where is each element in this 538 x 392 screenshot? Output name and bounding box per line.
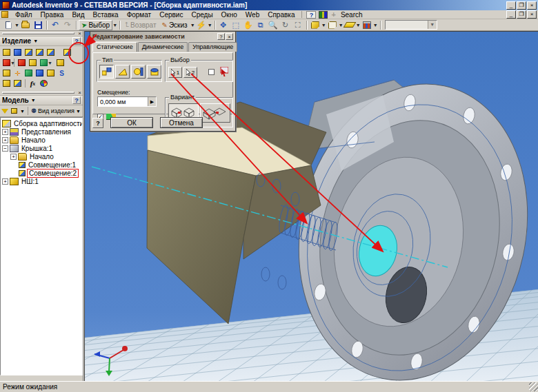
face-cube-icon[interactable]	[46, 68, 56, 78]
mirror-component-icon[interactable]	[34, 48, 45, 57]
mate-type-button[interactable]	[99, 65, 114, 79]
place-component-icon[interactable]	[1, 48, 12, 57]
shadow-icon[interactable]	[344, 20, 355, 30]
quality-check-icon[interactable]	[1, 68, 12, 78]
color-sphere-icon[interactable]	[39, 79, 49, 88]
model-panel-header[interactable]: Модель ▼ ?	[0, 96, 83, 105]
select-button[interactable]: ➤ Выбор	[79, 20, 112, 30]
tab-dynamic[interactable]: Динамические	[138, 42, 188, 52]
ok-button[interactable]: ОК	[110, 117, 153, 128]
help-icon[interactable]: ?	[72, 96, 81, 104]
work-point-icon[interactable]: ✛	[12, 68, 23, 78]
zoom-selected-icon[interactable]: ⧉	[255, 20, 266, 30]
new-dropdown-icon[interactable]: ▼	[14, 23, 19, 28]
dialog-close-icon[interactable]: ×	[226, 33, 233, 40]
restore-button[interactable]: ❐	[517, 1, 526, 10]
collapse-icon[interactable]: −	[2, 145, 8, 152]
search-label[interactable]: Search	[341, 11, 363, 19]
grid-pattern-icon[interactable]: ▼	[39, 58, 49, 68]
product-panel-grip[interactable]: ×	[0, 31, 83, 37]
tangent-type-button[interactable]	[131, 65, 146, 79]
update-dropdown-icon[interactable]: ▼	[208, 23, 212, 28]
tree-item-cover[interactable]: − Крышка:1	[2, 144, 82, 152]
flip-book-icon[interactable]	[55, 58, 66, 68]
dialog-titlebar[interactable]: Редактирование зависимости ? ×	[90, 32, 235, 41]
chevron-down-icon[interactable]: ▼	[76, 109, 81, 114]
product-panel-header[interactable]: Изделие ▼ ?	[0, 37, 83, 46]
redo-icon[interactable]: ↷	[62, 20, 73, 30]
palette-icon[interactable]	[319, 11, 328, 19]
shaded-display-icon[interactable]	[310, 20, 321, 30]
pattern-component-icon[interactable]	[23, 48, 34, 57]
tree-item-mate2[interactable]: Совмещение:2	[2, 169, 82, 177]
camera-dropdown-icon[interactable]: ▼	[339, 23, 343, 28]
corner-joint2-icon[interactable]	[12, 79, 23, 88]
sketch-button[interactable]: ✎ Эскиз	[159, 20, 190, 30]
spring-icon[interactable]: S	[57, 68, 67, 78]
constraint-icon[interactable]	[62, 48, 72, 57]
open-icon[interactable]	[20, 20, 31, 30]
chevron-down-icon[interactable]: ▼	[33, 39, 38, 43]
filter-icon[interactable]	[1, 109, 8, 114]
copy-component-icon[interactable]	[46, 48, 56, 57]
browser-view-label[interactable]: Вид изделия	[38, 107, 74, 114]
dialog-help-icon[interactable]: ?	[217, 33, 225, 40]
tree-item-nsh[interactable]: + НШ:1	[2, 177, 82, 185]
tree-root[interactable]: Сборка адаптивности.iam	[2, 119, 82, 127]
rotate-view-icon[interactable]: ↻	[280, 20, 291, 30]
camera-view-icon[interactable]	[327, 20, 338, 30]
doc-close-button[interactable]: ×	[527, 10, 537, 19]
expand-icon[interactable]: +	[2, 178, 8, 185]
replace-component-icon[interactable]: ▼	[1, 58, 12, 68]
close-icon[interactable]: ×	[77, 90, 83, 96]
menu-format[interactable]: Формат	[123, 11, 156, 19]
save-icon[interactable]	[32, 20, 43, 30]
look-at-icon[interactable]: ⛶	[292, 20, 303, 30]
select-first-button[interactable]: 1	[168, 67, 182, 78]
help-icon[interactable]: ?	[306, 11, 316, 19]
zoom-icon[interactable]: 🔍	[268, 20, 279, 30]
create-component-icon[interactable]	[12, 48, 23, 57]
offset-spinner-icon[interactable]: ▶	[148, 97, 156, 106]
expand-icon[interactable]: +	[10, 154, 17, 160]
doc-restore-button[interactable]: ❐	[517, 10, 526, 19]
tree-item-mate1[interactable]: Совмещение:1	[2, 161, 82, 169]
close-icon[interactable]: ×	[77, 31, 83, 37]
dialog-help-button[interactable]: ?	[92, 118, 103, 128]
doc-minimize-button[interactable]: _	[506, 10, 516, 19]
menu-environments[interactable]: Среды	[187, 11, 217, 19]
browser-mode-icon[interactable]	[10, 106, 19, 116]
parameter-combobox[interactable]: ▼	[385, 20, 437, 30]
menu-window[interactable]: Окно	[217, 11, 241, 19]
combo-dropdown-icon[interactable]: ▼	[428, 21, 437, 29]
menu-edit[interactable]: Правка	[37, 11, 68, 19]
igs-cube-icon[interactable]	[34, 68, 45, 78]
angle-type-button[interactable]	[115, 65, 130, 79]
opacity-dropdown-icon[interactable]: ▼	[373, 23, 378, 28]
insert-type-button[interactable]	[147, 65, 161, 79]
chevron-down-icon[interactable]: ▼	[31, 98, 36, 103]
select-second-button[interactable]: 2	[183, 67, 197, 78]
select-dropdown-icon[interactable]: ▼	[112, 23, 117, 28]
expand-icon[interactable]: +	[2, 137, 8, 143]
minimize-button[interactable]: _	[506, 1, 516, 10]
pick-part-first-checkbox[interactable]	[208, 69, 215, 75]
new-document-icon[interactable]	[3, 20, 14, 30]
undo-icon[interactable]: ↶	[50, 20, 61, 30]
menu-file[interactable]: Файл	[11, 11, 37, 19]
component-opacity-icon[interactable]	[361, 20, 372, 30]
edit-constraint-dialog[interactable]: Редактирование зависимости ? × Статическ…	[90, 31, 236, 132]
expand-icon[interactable]: +	[2, 129, 8, 135]
document-icon[interactable]	[1, 11, 8, 18]
menu-tools[interactable]: Сервис	[155, 11, 187, 19]
tree-item-representations[interactable]: + Представления	[2, 127, 82, 136]
rotate-component-icon[interactable]	[28, 58, 38, 68]
shadow-dropdown-icon[interactable]: ▼	[356, 23, 361, 28]
tree-item-origin[interactable]: + Начало	[2, 136, 82, 144]
shrinkwrap-icon[interactable]	[23, 68, 34, 78]
sketch-dropdown-icon[interactable]: ▼	[190, 23, 195, 28]
help-icon[interactable]: ?	[72, 37, 81, 45]
zoom-all-icon[interactable]: ✥	[218, 20, 229, 30]
model-panel-grip[interactable]: ×	[0, 90, 83, 96]
menu-help[interactable]: Справка	[263, 11, 299, 19]
